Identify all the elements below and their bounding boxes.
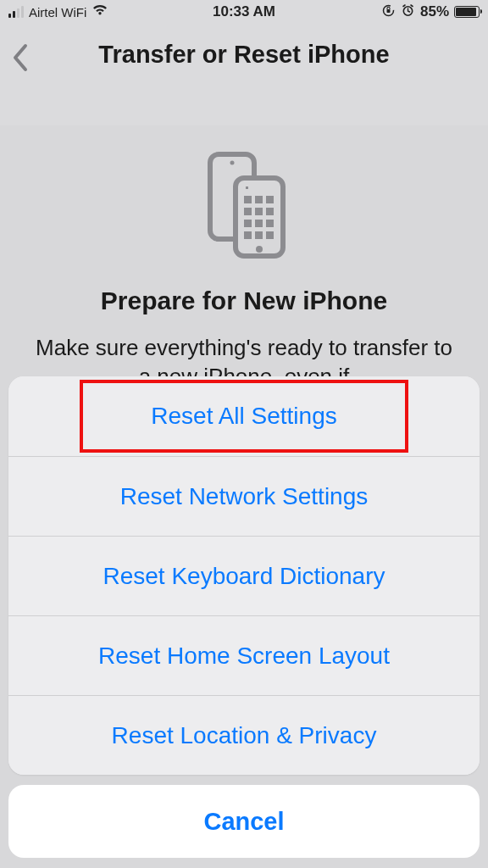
option-label: Reset Keyboard Dictionary [103, 563, 385, 590]
reset-all-settings-option[interactable]: Reset All Settings [8, 376, 480, 456]
option-label: Reset Home Screen Layout [98, 643, 390, 670]
reset-network-settings-option[interactable]: Reset Network Settings [8, 456, 480, 536]
reset-home-screen-layout-option[interactable]: Reset Home Screen Layout [8, 615, 480, 695]
option-label: Reset Network Settings [120, 483, 369, 510]
reset-keyboard-dictionary-option[interactable]: Reset Keyboard Dictionary [8, 536, 480, 615]
cancel-button[interactable]: Cancel [8, 785, 480, 858]
cancel-label: Cancel [203, 808, 284, 836]
option-label: Reset All Settings [151, 403, 336, 430]
reset-location-privacy-option[interactable]: Reset Location & Privacy [8, 695, 480, 775]
action-sheet: Reset All Settings Reset Network Setting… [8, 376, 480, 858]
option-label: Reset Location & Privacy [112, 722, 377, 749]
